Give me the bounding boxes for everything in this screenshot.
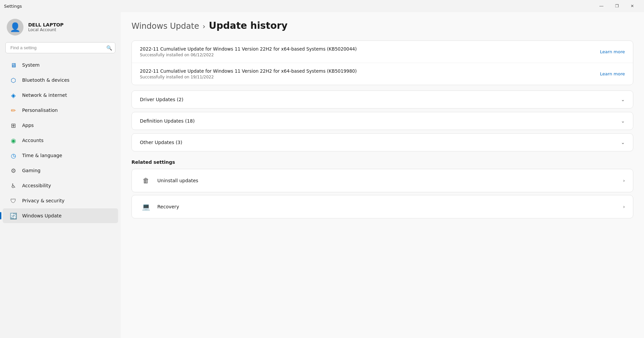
sidebar-label-privacy: Privacy & security xyxy=(22,198,64,203)
settings-link-left: 💻 Recovery xyxy=(140,201,179,213)
sidebar-item-accounts[interactable]: ◉ Accounts xyxy=(3,133,118,148)
update-icon: 🔄 xyxy=(9,212,17,220)
page-title: Update history xyxy=(209,20,288,31)
close-button[interactable]: ✕ xyxy=(625,0,640,12)
sidebar-item-personalisation[interactable]: ✏ Personalisation xyxy=(3,103,118,118)
update-item-info: 2022-11 Cumulative Update for Windows 11… xyxy=(140,46,357,57)
chevron-right-icon: › xyxy=(623,204,625,209)
user-name: DELL LAPTOP xyxy=(28,22,64,27)
section-other: Other Updates (3) ⌄ xyxy=(131,133,633,151)
learn-more-link[interactable]: Learn more xyxy=(600,49,625,54)
user-section: 👤 DELL LAPTOP Local Account xyxy=(0,16,121,42)
section-driver-title: Driver Updates (2) xyxy=(140,97,183,102)
sidebar-item-accessibility[interactable]: ♿ Accessibility xyxy=(3,178,118,193)
page-header: Windows Update › Update history xyxy=(131,20,633,31)
section-other-header[interactable]: Other Updates (3) ⌄ xyxy=(132,134,633,151)
network-icon: ◈ xyxy=(9,91,17,99)
chevron-down-icon: ⌄ xyxy=(621,140,625,145)
update-item: 2022-11 Cumulative Update for Windows 11… xyxy=(132,41,633,63)
user-info: DELL LAPTOP Local Account xyxy=(28,22,64,32)
sidebar-label-time: Time & language xyxy=(22,153,62,158)
avatar-icon: 👤 xyxy=(10,22,20,32)
search-input[interactable] xyxy=(5,42,115,53)
sidebar-item-gaming[interactable]: ⚙ Gaming xyxy=(3,163,118,178)
sidebar-nav: 🖥 System ⬡ Bluetooth & devices ◈ Network… xyxy=(0,57,121,223)
system-icon: 🖥 xyxy=(9,61,17,69)
sidebar-item-bluetooth[interactable]: ⬡ Bluetooth & devices xyxy=(3,73,118,87)
related-uninstall[interactable]: 🗑 Uninstall updates › xyxy=(131,169,633,192)
section-driver-header[interactable]: Driver Updates (2) ⌄ xyxy=(132,91,633,108)
avatar: 👤 xyxy=(7,19,23,36)
breadcrumb-parent[interactable]: Windows Update xyxy=(131,21,199,31)
section-definition-title: Definition Updates (18) xyxy=(140,118,195,124)
sidebar-item-system[interactable]: 🖥 System xyxy=(3,58,118,72)
accounts-icon: ◉ xyxy=(9,136,17,144)
sidebar-label-apps: Apps xyxy=(22,123,34,128)
recovery-icon: 💻 xyxy=(140,201,152,213)
update-item: 2022-11 Cumulative Update for Windows 11… xyxy=(132,63,633,85)
title-bar-controls: — ❐ ✕ xyxy=(594,0,640,12)
update-item-title: 2022-11 Cumulative Update for Windows 11… xyxy=(140,68,357,74)
section-definition-header[interactable]: Definition Updates (18) ⌄ xyxy=(132,112,633,130)
quality-updates-section: 2022-11 Cumulative Update for Windows 11… xyxy=(131,41,633,85)
recovery-label: Recovery xyxy=(157,204,179,209)
section-definition: Definition Updates (18) ⌄ xyxy=(131,112,633,130)
update-item-date: Successfully installed on 19/11/2022 xyxy=(140,75,357,79)
title-bar-left: Settings xyxy=(4,4,22,9)
uninstall-label: Uninstall updates xyxy=(157,178,198,183)
sidebar-label-system: System xyxy=(22,62,40,68)
chevron-down-icon: ⌄ xyxy=(621,118,625,124)
sidebar-label-network: Network & internet xyxy=(22,92,67,98)
update-item-date: Successfully installed on 06/12/2022 xyxy=(140,53,357,57)
learn-more-link[interactable]: Learn more xyxy=(600,71,625,76)
search-icon: 🔍 xyxy=(106,45,112,51)
app-container: 👤 DELL LAPTOP Local Account 🔍 🖥 System ⬡… xyxy=(0,12,644,338)
personalisation-icon: ✏ xyxy=(9,106,17,114)
section-driver: Driver Updates (2) ⌄ xyxy=(131,90,633,109)
accessibility-icon: ♿ xyxy=(9,182,17,190)
title-bar: Settings — ❐ ✕ xyxy=(0,0,644,12)
chevron-right-icon: › xyxy=(623,178,625,183)
sidebar-label-gaming: Gaming xyxy=(22,168,41,173)
apps-icon: ⊞ xyxy=(9,121,17,129)
user-type: Local Account xyxy=(28,27,64,32)
sidebar-item-update[interactable]: 🔄 Windows Update xyxy=(3,208,118,223)
sidebar-label-personalisation: Personalisation xyxy=(22,108,58,113)
sidebar-item-apps[interactable]: ⊞ Apps xyxy=(3,118,118,133)
uninstall-icon: 🗑 xyxy=(140,175,152,187)
breadcrumb-separator: › xyxy=(203,22,206,30)
sidebar-item-time[interactable]: ◷ Time & language xyxy=(3,148,118,163)
sidebar-label-accounts: Accounts xyxy=(22,138,44,143)
chevron-down-icon: ⌄ xyxy=(621,97,625,102)
minimize-button[interactable]: — xyxy=(594,0,609,12)
privacy-icon: 🛡 xyxy=(9,197,17,205)
title-bar-title: Settings xyxy=(4,4,22,9)
sidebar-label-update: Windows Update xyxy=(22,213,62,218)
sidebar-item-network[interactable]: ◈ Network & internet xyxy=(3,88,118,103)
update-item-title: 2022-11 Cumulative Update for Windows 11… xyxy=(140,46,357,52)
content-area: Windows Update › Update history 2022-11 … xyxy=(121,12,644,338)
time-icon: ◷ xyxy=(9,151,17,159)
update-item-info: 2022-11 Cumulative Update for Windows 11… xyxy=(140,68,357,79)
gaming-icon: ⚙ xyxy=(9,166,17,175)
sidebar: 👤 DELL LAPTOP Local Account 🔍 🖥 System ⬡… xyxy=(0,12,121,338)
related-settings-label: Related settings xyxy=(131,159,633,165)
section-other-title: Other Updates (3) xyxy=(140,140,182,145)
sidebar-item-privacy[interactable]: 🛡 Privacy & security xyxy=(3,193,118,208)
search-box: 🔍 xyxy=(5,42,115,53)
bluetooth-icon: ⬡ xyxy=(9,76,17,84)
maximize-button[interactable]: ❐ xyxy=(609,0,625,12)
settings-link-left: 🗑 Uninstall updates xyxy=(140,175,198,187)
related-recovery[interactable]: 💻 Recovery › xyxy=(131,195,633,218)
sidebar-label-accessibility: Accessibility xyxy=(22,183,51,188)
sidebar-label-bluetooth: Bluetooth & devices xyxy=(22,77,69,83)
